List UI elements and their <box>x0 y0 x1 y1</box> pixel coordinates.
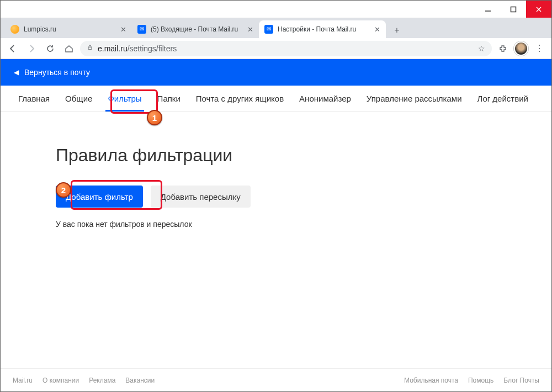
footer-link-jobs[interactable]: Вакансии <box>125 377 155 384</box>
favicon-icon <box>264 25 273 34</box>
reload-button[interactable] <box>43 41 58 56</box>
url-host: e.mail.ru/settings/filters <box>98 44 177 53</box>
maximize-button[interactable] <box>501 1 526 18</box>
nav-folders[interactable]: Папки <box>150 86 188 112</box>
tab-title: Lumpics.ru <box>24 25 116 33</box>
kebab-menu-icon[interactable]: ⋮ <box>532 41 547 56</box>
window-titlebar <box>1 1 551 18</box>
nav-anonymizer[interactable]: Анонимайзер <box>291 86 359 112</box>
triangle-left-icon: ◀ <box>14 68 19 76</box>
profile-avatar[interactable] <box>514 41 528 56</box>
browser-tab-active[interactable]: Настройки - Почта Mail.ru ✕ <box>259 20 386 38</box>
footer-link-blog[interactable]: Блог Почты <box>503 377 539 384</box>
forward-button[interactable] <box>24 41 39 56</box>
back-button[interactable] <box>5 41 20 56</box>
nav-filters[interactable]: Фильтры <box>100 86 149 112</box>
return-to-mail-bar[interactable]: ◀ Вернуться в почту <box>1 59 551 86</box>
browser-tab[interactable]: Lumpics.ru ✕ <box>5 20 132 38</box>
bookmark-star-icon[interactable]: ☆ <box>478 44 485 53</box>
close-tab-icon[interactable]: ✕ <box>374 25 380 34</box>
tab-title: (5) Входящие - Почта Mail.ru <box>151 25 243 33</box>
minimize-button[interactable] <box>475 1 501 18</box>
close-tab-icon[interactable]: ✕ <box>120 25 126 34</box>
nav-general[interactable]: Общие <box>57 86 100 112</box>
footer: Mail.ru О компании Реклама Вакансии Моби… <box>1 368 551 391</box>
button-row: Добавить фильтр Добавить пересылку <box>56 186 496 208</box>
favicon-icon <box>10 25 19 34</box>
main-content: Правила фильтрации Добавить фильтр Добав… <box>1 112 551 240</box>
browser-tab[interactable]: (5) Входящие - Почта Mail.ru ✕ <box>132 20 259 38</box>
empty-state-text: У вас пока нет фильтров и пересылок <box>56 220 496 229</box>
return-label: Вернуться в почту <box>24 68 90 77</box>
footer-link-help[interactable]: Помощь <box>468 377 493 384</box>
svg-rect-4 <box>88 47 92 50</box>
extensions-button[interactable] <box>495 41 511 56</box>
nav-subscriptions[interactable]: Управление рассылками <box>359 86 470 112</box>
nav-other-mailboxes[interactable]: Почта с других ящиков <box>188 86 291 112</box>
browser-tabs: Lumpics.ru ✕ (5) Входящие - Почта Mail.r… <box>1 18 551 38</box>
address-bar[interactable]: e.mail.ru/settings/filters ☆ <box>80 41 492 56</box>
home-button[interactable] <box>61 41 77 56</box>
new-tab-button[interactable]: + <box>389 23 405 38</box>
page-title: Правила фильтрации <box>56 145 496 166</box>
favicon-icon <box>137 25 146 34</box>
nav-action-log[interactable]: Лог действий <box>470 86 536 112</box>
settings-nav: Главная Общие Фильтры Папки Почта с друг… <box>1 86 551 112</box>
tab-title: Настройки - Почта Mail.ru <box>278 25 370 33</box>
footer-link-ads[interactable]: Реклама <box>89 377 115 384</box>
footer-link-about[interactable]: О компании <box>43 377 79 384</box>
nav-main[interactable]: Главная <box>10 86 57 112</box>
svg-rect-1 <box>511 7 516 12</box>
close-tab-icon[interactable]: ✕ <box>247 25 253 34</box>
close-window-button[interactable] <box>526 1 551 18</box>
add-forward-button[interactable]: Добавить пересылку <box>151 186 251 208</box>
add-filter-button[interactable]: Добавить фильтр <box>56 186 143 208</box>
footer-link-mailru[interactable]: Mail.ru <box>13 377 33 384</box>
lock-icon <box>87 44 93 52</box>
address-bar-row: e.mail.ru/settings/filters ☆ ⋮ <box>1 38 551 59</box>
footer-link-mobile[interactable]: Мобильная почта <box>404 377 458 384</box>
